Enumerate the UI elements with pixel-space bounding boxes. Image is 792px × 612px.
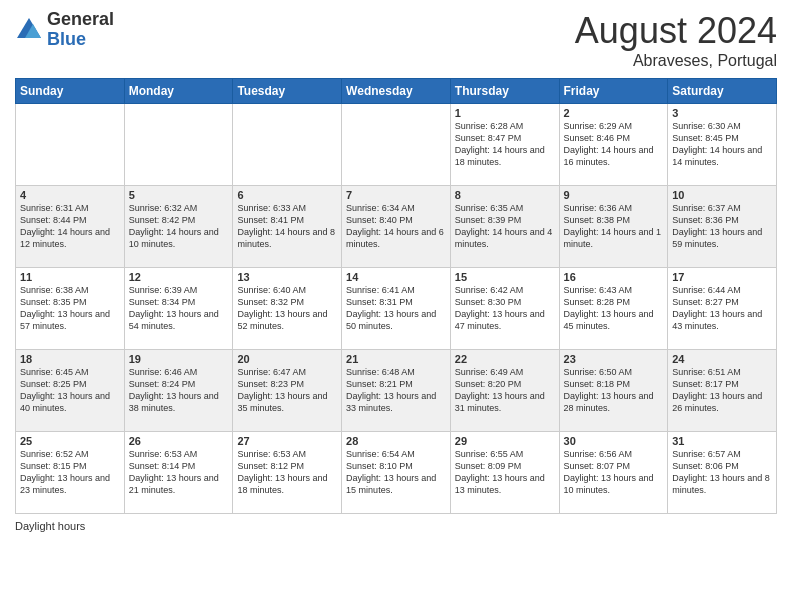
day-info: Sunrise: 6:53 AM Sunset: 8:12 PM Dayligh… bbox=[237, 448, 337, 497]
day-number: 6 bbox=[237, 189, 337, 201]
day-number: 12 bbox=[129, 271, 229, 283]
logo-general-text: General bbox=[47, 10, 114, 30]
day-info: Sunrise: 6:51 AM Sunset: 8:17 PM Dayligh… bbox=[672, 366, 772, 415]
day-info: Sunrise: 6:28 AM Sunset: 8:47 PM Dayligh… bbox=[455, 120, 555, 169]
calendar-week-row: 4Sunrise: 6:31 AM Sunset: 8:44 PM Daylig… bbox=[16, 186, 777, 268]
day-info: Sunrise: 6:41 AM Sunset: 8:31 PM Dayligh… bbox=[346, 284, 446, 333]
calendar-cell bbox=[16, 104, 125, 186]
day-info: Sunrise: 6:29 AM Sunset: 8:46 PM Dayligh… bbox=[564, 120, 664, 169]
calendar-cell: 4Sunrise: 6:31 AM Sunset: 8:44 PM Daylig… bbox=[16, 186, 125, 268]
day-of-week-header: Saturday bbox=[668, 79, 777, 104]
calendar-cell: 3Sunrise: 6:30 AM Sunset: 8:45 PM Daylig… bbox=[668, 104, 777, 186]
logo-text: General Blue bbox=[47, 10, 114, 50]
calendar-cell: 1Sunrise: 6:28 AM Sunset: 8:47 PM Daylig… bbox=[450, 104, 559, 186]
calendar-week-row: 1Sunrise: 6:28 AM Sunset: 8:47 PM Daylig… bbox=[16, 104, 777, 186]
day-info: Sunrise: 6:31 AM Sunset: 8:44 PM Dayligh… bbox=[20, 202, 120, 251]
calendar-cell: 29Sunrise: 6:55 AM Sunset: 8:09 PM Dayli… bbox=[450, 432, 559, 514]
calendar-cell: 24Sunrise: 6:51 AM Sunset: 8:17 PM Dayli… bbox=[668, 350, 777, 432]
day-number: 15 bbox=[455, 271, 555, 283]
day-info: Sunrise: 6:32 AM Sunset: 8:42 PM Dayligh… bbox=[129, 202, 229, 251]
calendar-week-row: 18Sunrise: 6:45 AM Sunset: 8:25 PM Dayli… bbox=[16, 350, 777, 432]
calendar-cell: 19Sunrise: 6:46 AM Sunset: 8:24 PM Dayli… bbox=[124, 350, 233, 432]
calendar-header-row: SundayMondayTuesdayWednesdayThursdayFrid… bbox=[16, 79, 777, 104]
calendar-cell bbox=[233, 104, 342, 186]
location: Abraveses, Portugal bbox=[575, 52, 777, 70]
day-number: 20 bbox=[237, 353, 337, 365]
day-info: Sunrise: 6:33 AM Sunset: 8:41 PM Dayligh… bbox=[237, 202, 337, 251]
calendar-week-row: 11Sunrise: 6:38 AM Sunset: 8:35 PM Dayli… bbox=[16, 268, 777, 350]
day-number: 10 bbox=[672, 189, 772, 201]
calendar-cell: 8Sunrise: 6:35 AM Sunset: 8:39 PM Daylig… bbox=[450, 186, 559, 268]
day-number: 28 bbox=[346, 435, 446, 447]
logo-icon bbox=[15, 16, 43, 44]
day-info: Sunrise: 6:54 AM Sunset: 8:10 PM Dayligh… bbox=[346, 448, 446, 497]
calendar-cell: 20Sunrise: 6:47 AM Sunset: 8:23 PM Dayli… bbox=[233, 350, 342, 432]
day-number: 31 bbox=[672, 435, 772, 447]
day-number: 22 bbox=[455, 353, 555, 365]
day-info: Sunrise: 6:50 AM Sunset: 8:18 PM Dayligh… bbox=[564, 366, 664, 415]
day-number: 18 bbox=[20, 353, 120, 365]
calendar-cell: 21Sunrise: 6:48 AM Sunset: 8:21 PM Dayli… bbox=[342, 350, 451, 432]
day-info: Sunrise: 6:44 AM Sunset: 8:27 PM Dayligh… bbox=[672, 284, 772, 333]
calendar-cell: 26Sunrise: 6:53 AM Sunset: 8:14 PM Dayli… bbox=[124, 432, 233, 514]
calendar-cell: 2Sunrise: 6:29 AM Sunset: 8:46 PM Daylig… bbox=[559, 104, 668, 186]
page: General Blue August 2024 Abraveses, Port… bbox=[0, 0, 792, 612]
calendar-cell: 27Sunrise: 6:53 AM Sunset: 8:12 PM Dayli… bbox=[233, 432, 342, 514]
day-info: Sunrise: 6:36 AM Sunset: 8:38 PM Dayligh… bbox=[564, 202, 664, 251]
day-number: 8 bbox=[455, 189, 555, 201]
day-info: Sunrise: 6:49 AM Sunset: 8:20 PM Dayligh… bbox=[455, 366, 555, 415]
logo: General Blue bbox=[15, 10, 114, 50]
day-info: Sunrise: 6:37 AM Sunset: 8:36 PM Dayligh… bbox=[672, 202, 772, 251]
day-of-week-header: Sunday bbox=[16, 79, 125, 104]
calendar-cell: 16Sunrise: 6:43 AM Sunset: 8:28 PM Dayli… bbox=[559, 268, 668, 350]
calendar-cell: 13Sunrise: 6:40 AM Sunset: 8:32 PM Dayli… bbox=[233, 268, 342, 350]
day-number: 5 bbox=[129, 189, 229, 201]
day-number: 7 bbox=[346, 189, 446, 201]
day-of-week-header: Wednesday bbox=[342, 79, 451, 104]
header: General Blue August 2024 Abraveses, Port… bbox=[15, 10, 777, 70]
day-number: 13 bbox=[237, 271, 337, 283]
calendar-cell: 11Sunrise: 6:38 AM Sunset: 8:35 PM Dayli… bbox=[16, 268, 125, 350]
calendar-cell: 17Sunrise: 6:44 AM Sunset: 8:27 PM Dayli… bbox=[668, 268, 777, 350]
day-number: 16 bbox=[564, 271, 664, 283]
day-number: 17 bbox=[672, 271, 772, 283]
day-info: Sunrise: 6:45 AM Sunset: 8:25 PM Dayligh… bbox=[20, 366, 120, 415]
calendar-cell: 6Sunrise: 6:33 AM Sunset: 8:41 PM Daylig… bbox=[233, 186, 342, 268]
legend: Daylight hours bbox=[15, 520, 777, 532]
calendar: SundayMondayTuesdayWednesdayThursdayFrid… bbox=[15, 78, 777, 514]
calendar-cell: 5Sunrise: 6:32 AM Sunset: 8:42 PM Daylig… bbox=[124, 186, 233, 268]
day-info: Sunrise: 6:48 AM Sunset: 8:21 PM Dayligh… bbox=[346, 366, 446, 415]
day-number: 30 bbox=[564, 435, 664, 447]
calendar-cell: 10Sunrise: 6:37 AM Sunset: 8:36 PM Dayli… bbox=[668, 186, 777, 268]
day-number: 3 bbox=[672, 107, 772, 119]
calendar-cell: 12Sunrise: 6:39 AM Sunset: 8:34 PM Dayli… bbox=[124, 268, 233, 350]
day-number: 26 bbox=[129, 435, 229, 447]
day-number: 14 bbox=[346, 271, 446, 283]
calendar-cell: 28Sunrise: 6:54 AM Sunset: 8:10 PM Dayli… bbox=[342, 432, 451, 514]
logo-blue-text: Blue bbox=[47, 30, 114, 50]
calendar-cell: 25Sunrise: 6:52 AM Sunset: 8:15 PM Dayli… bbox=[16, 432, 125, 514]
calendar-cell: 23Sunrise: 6:50 AM Sunset: 8:18 PM Dayli… bbox=[559, 350, 668, 432]
day-number: 27 bbox=[237, 435, 337, 447]
day-info: Sunrise: 6:47 AM Sunset: 8:23 PM Dayligh… bbox=[237, 366, 337, 415]
day-number: 19 bbox=[129, 353, 229, 365]
day-of-week-header: Tuesday bbox=[233, 79, 342, 104]
day-info: Sunrise: 6:34 AM Sunset: 8:40 PM Dayligh… bbox=[346, 202, 446, 251]
day-info: Sunrise: 6:43 AM Sunset: 8:28 PM Dayligh… bbox=[564, 284, 664, 333]
day-info: Sunrise: 6:35 AM Sunset: 8:39 PM Dayligh… bbox=[455, 202, 555, 251]
calendar-cell bbox=[342, 104, 451, 186]
calendar-cell: 15Sunrise: 6:42 AM Sunset: 8:30 PM Dayli… bbox=[450, 268, 559, 350]
day-number: 9 bbox=[564, 189, 664, 201]
day-info: Sunrise: 6:57 AM Sunset: 8:06 PM Dayligh… bbox=[672, 448, 772, 497]
calendar-cell: 30Sunrise: 6:56 AM Sunset: 8:07 PM Dayli… bbox=[559, 432, 668, 514]
day-number: 4 bbox=[20, 189, 120, 201]
calendar-cell: 18Sunrise: 6:45 AM Sunset: 8:25 PM Dayli… bbox=[16, 350, 125, 432]
calendar-cell bbox=[124, 104, 233, 186]
calendar-week-row: 25Sunrise: 6:52 AM Sunset: 8:15 PM Dayli… bbox=[16, 432, 777, 514]
day-of-week-header: Friday bbox=[559, 79, 668, 104]
day-info: Sunrise: 6:56 AM Sunset: 8:07 PM Dayligh… bbox=[564, 448, 664, 497]
day-info: Sunrise: 6:39 AM Sunset: 8:34 PM Dayligh… bbox=[129, 284, 229, 333]
day-number: 23 bbox=[564, 353, 664, 365]
day-info: Sunrise: 6:46 AM Sunset: 8:24 PM Dayligh… bbox=[129, 366, 229, 415]
day-number: 25 bbox=[20, 435, 120, 447]
